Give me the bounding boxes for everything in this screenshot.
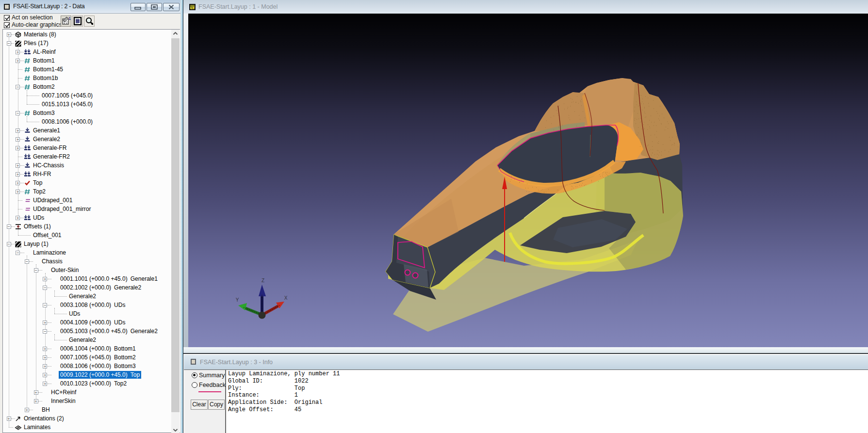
svg-text:Z: Z xyxy=(262,278,264,283)
svg-text:X: X xyxy=(284,295,288,301)
svg-text:Y: Y xyxy=(236,297,239,303)
svg-text:1: 1 xyxy=(68,16,71,21)
